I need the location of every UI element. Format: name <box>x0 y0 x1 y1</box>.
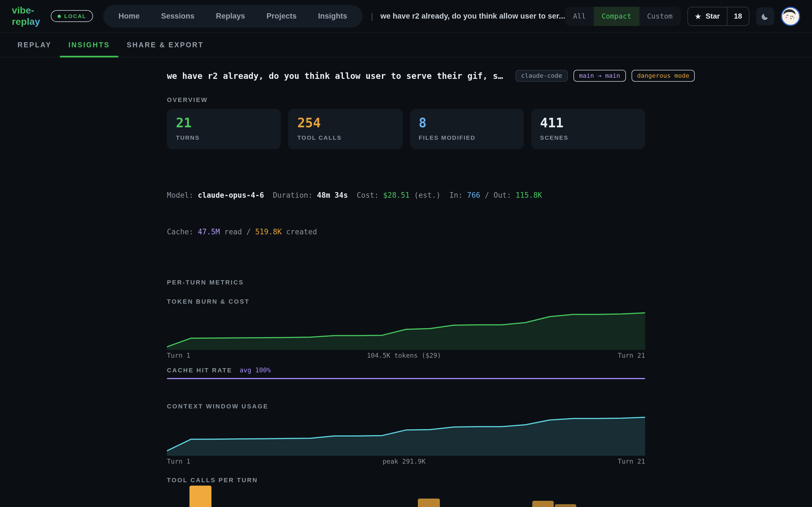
view-toggle-all[interactable]: All <box>565 6 594 25</box>
tool-calls-per-turn-turn-20[interactable] <box>601 486 622 507</box>
tool-calls-per-turn-turn-14[interactable] <box>463 486 485 507</box>
local-status-dot-icon <box>57 14 61 18</box>
nav-separator: | <box>371 11 373 21</box>
session-tabbar: REPLAYINSIGHTSSHARE & EXPORT <box>0 32 812 57</box>
tool-calls-per-turn-turn-21[interactable] <box>623 486 645 507</box>
meta-segment: In: <box>441 191 467 200</box>
nav-item-insights[interactable]: Insights <box>318 12 347 20</box>
bar <box>190 486 211 507</box>
stat-value: 8 <box>419 116 515 130</box>
nav-item-sessions[interactable]: Sessions <box>161 12 195 20</box>
moon-icon <box>761 11 770 20</box>
tool-calls-per-turn-turn-12[interactable] <box>418 486 440 507</box>
context-usage-footer-right: Turn 21 <box>618 458 645 466</box>
tool-calls-per-turn-turn-7[interactable] <box>304 486 326 507</box>
tool-calls-per-turn-turn-3[interactable] <box>213 486 234 507</box>
tool-calls-per-turn-turn-16[interactable] <box>509 486 531 507</box>
tool-calls-per-turn-turn-8[interactable] <box>327 486 349 507</box>
nav-links: HomeSessionsReplaysProjectsInsights <box>103 5 362 27</box>
meta-segment: 115.8K <box>516 191 542 200</box>
meta-line-2: Cache: 47.5M read / 519.8K created <box>167 226 645 238</box>
session-title-row: we have r2 already, do you think allow u… <box>167 70 645 82</box>
session-meta: Model: claude-opus-4-6 Duration: 48m 34s… <box>167 165 645 262</box>
cache-hit-rate-title-text: CACHE HIT RATE <box>167 367 232 374</box>
stat-value: 411 <box>540 116 637 130</box>
context-usage-chart-footer: Turn 1 peak 291.9K Turn 21 <box>167 458 645 466</box>
star-button-main[interactable]: ★ Star <box>688 7 726 25</box>
meta-segment: Model: <box>167 191 198 200</box>
nav-item-home[interactable]: Home <box>118 12 140 20</box>
tool-calls-per-turn-turn-2[interactable] <box>190 486 211 507</box>
meta-segment: 766 <box>467 191 480 200</box>
tool-calls-per-turn-turn-10[interactable] <box>372 486 394 507</box>
token-burn-footer-center: 104.5K tokens ($29) <box>190 352 618 360</box>
meta-segment: read / <box>220 228 255 236</box>
context-usage-chart-title: CONTEXT WINDOW USAGE <box>167 403 645 410</box>
badge-main-main: main → main <box>573 70 626 82</box>
nav-item-projects[interactable]: Projects <box>266 12 297 20</box>
cache-hit-rate-line[interactable] <box>167 378 645 379</box>
tool-calls-per-turn-turn-18[interactable] <box>555 486 576 507</box>
token-burn-chart-title: TOKEN BURN & COST <box>167 298 645 305</box>
stat-label: TOOL CALLS <box>297 134 394 141</box>
nav-item-replays[interactable]: Replays <box>216 12 245 20</box>
meta-line-1: Model: claude-opus-4-6 Duration: 48m 34s… <box>167 189 645 202</box>
cache-hit-rate-title: CACHE HIT RATE avg 100% <box>167 367 645 374</box>
tool-calls-per-turn-turn-17[interactable] <box>532 486 554 507</box>
tool-calls-per-turn-turn-19[interactable] <box>578 486 599 507</box>
cache-hit-rate-avg: avg 100% <box>240 367 271 374</box>
token-burn-chart-footer: Turn 1 104.5K tokens ($29) Turn 21 <box>167 352 645 360</box>
navbar-session-title[interactable]: we have r2 already, do you think allow u… <box>380 12 565 20</box>
insights-content: we have r2 already, do you think allow u… <box>167 57 645 507</box>
tool-calls-per-turn-turn-4[interactable] <box>236 486 257 507</box>
tool-calls-chart[interactable] <box>167 486 645 507</box>
app-window: vibe-replay LOCAL HomeSessionsReplaysPro… <box>0 0 812 507</box>
session-badges: claude-codemain → maindangerous mode <box>515 70 695 82</box>
meta-segment: Duration: <box>264 191 317 200</box>
stat-card-files-modified: 8FILES MODIFIED <box>410 109 524 150</box>
stat-card-tool-calls: 254TOOL CALLS <box>289 109 403 150</box>
star-button-label: Star <box>705 12 720 20</box>
context-usage-title-text: CONTEXT WINDOW USAGE <box>167 403 268 410</box>
meta-segment: 48m 34s <box>317 191 348 200</box>
stat-card-turns: 21TURNS <box>167 109 281 150</box>
user-avatar[interactable] <box>781 6 800 25</box>
context-usage-footer-center: peak 291.9K <box>190 458 618 466</box>
tool-calls-per-turn-turn-1[interactable] <box>167 486 189 507</box>
bar <box>532 501 554 507</box>
tab-share-export[interactable]: SHARE & EXPORT <box>118 33 212 57</box>
badge-dangerous-mode: dangerous mode <box>631 70 695 82</box>
tool-calls-per-turn-turn-6[interactable] <box>281 486 303 507</box>
meta-segment: (est.) <box>410 191 441 200</box>
tab-replay[interactable]: REPLAY <box>9 33 60 57</box>
stat-label: SCENES <box>540 134 637 141</box>
stat-label: FILES MODIFIED <box>419 134 515 141</box>
tool-calls-per-turn-turn-9[interactable] <box>350 486 371 507</box>
github-star-button[interactable]: ★ Star 18 <box>687 6 749 25</box>
token-burn-footer-left: Turn 1 <box>167 352 190 360</box>
local-badge-label: LOCAL <box>64 13 86 19</box>
bar <box>555 504 576 507</box>
meta-segment: 519.8K <box>255 228 282 236</box>
view-toggle-compact[interactable]: Compact <box>594 6 639 25</box>
context-usage-chart[interactable] <box>167 414 645 456</box>
token-burn-chart[interactable] <box>167 309 645 350</box>
tool-calls-per-turn-turn-13[interactable] <box>441 486 462 507</box>
navbar-right-controls: AllCompactCustom ★ Star 18 <box>565 6 801 25</box>
tool-calls-per-turn-turn-5[interactable] <box>258 486 280 507</box>
dark-mode-toggle[interactable] <box>756 7 774 25</box>
meta-segment: Cost: <box>348 191 383 200</box>
app-logo[interactable]: vibe-replay <box>12 5 42 27</box>
view-mode-toggle: AllCompactCustom <box>565 6 680 25</box>
tab-insights[interactable]: INSIGHTS <box>60 33 118 57</box>
tool-calls-per-turn-turn-11[interactable] <box>395 486 417 507</box>
stat-card-scenes: 411SCENES <box>531 109 645 150</box>
star-count[interactable]: 18 <box>726 7 749 25</box>
top-navbar: vibe-replay LOCAL HomeSessionsReplaysPro… <box>0 0 812 32</box>
view-toggle-custom[interactable]: Custom <box>639 6 680 25</box>
meta-segment: / Out: <box>480 191 516 200</box>
tool-calls-per-turn-turn-15[interactable] <box>486 486 508 507</box>
cache-hit-rate-block: CACHE HIT RATE avg 100% <box>167 367 645 379</box>
tool-calls-chart-title: TOOL CALLS PER TURN <box>167 477 645 484</box>
meta-segment: claude-opus-4-6 <box>198 191 264 200</box>
